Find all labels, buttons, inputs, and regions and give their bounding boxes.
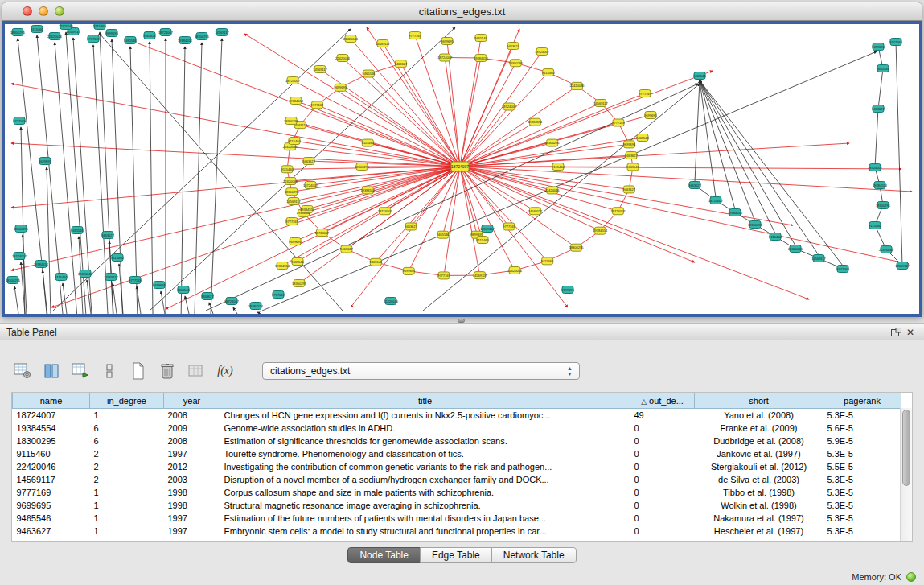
close-panel-button[interactable]: ✕ xyxy=(903,326,918,339)
tab-node-table[interactable]: Node Table xyxy=(347,547,421,563)
graph-node[interactable]: 9777169 xyxy=(503,223,515,230)
graph-node[interactable]: 19384554 xyxy=(528,118,544,126)
graph-node[interactable]: 19384554 xyxy=(248,303,264,310)
graph-node[interactable]: 18724007 xyxy=(224,298,240,305)
graph-node[interactable]: 19384554 xyxy=(289,97,304,105)
graph-node[interactable]: 9777169 xyxy=(285,218,298,225)
graph-node[interactable]: 9463627 xyxy=(622,186,635,193)
float-panel-button[interactable] xyxy=(889,326,903,339)
graph-node[interactable]: 9115460 xyxy=(55,274,68,281)
table-row[interactable]: 911546021997Tourette syndrome. Phenomeno… xyxy=(13,447,901,460)
graph-node[interactable]: 9777169 xyxy=(13,117,26,125)
table-row[interactable]: 946554611997Estimation of the future num… xyxy=(13,512,901,525)
table-selector-dropdown[interactable]: citations_edges.txt ▲▼ xyxy=(262,362,580,380)
network-canvas[interactable]: 1872400719384554183002959115460224200461… xyxy=(5,24,919,314)
graph-node[interactable]: 9777169 xyxy=(639,90,651,97)
graph-node[interactable]: 9463627 xyxy=(395,60,408,68)
column-header[interactable]: name xyxy=(13,393,90,409)
graph-node[interactable]: 22420046 xyxy=(343,35,359,43)
graph-node[interactable]: 9777169 xyxy=(437,272,450,279)
graph-node[interactable]: 9463627 xyxy=(201,293,214,300)
column-header[interactable]: short xyxy=(695,393,823,409)
graph-node[interactable]: 18300295 xyxy=(748,221,763,229)
function-builder-button[interactable]: f(x) xyxy=(214,360,236,382)
graph-node[interactable]: 9699695 xyxy=(402,267,415,274)
delete-column-button[interactable] xyxy=(156,360,179,382)
graph-node[interactable]: 18724007 xyxy=(535,48,550,56)
graph-node[interactable]: 9699695 xyxy=(153,282,166,289)
graph-node[interactable]: 14569117 xyxy=(215,29,229,36)
table-row[interactable]: 1938455462009Genome-wide association stu… xyxy=(13,422,901,435)
graph-node[interactable]: 9777169 xyxy=(889,39,902,46)
graph-node[interactable]: 22420046 xyxy=(78,270,93,278)
graph-node[interactable]: 18724007 xyxy=(12,253,27,260)
graph-node[interactable]: 14569117 xyxy=(528,208,543,215)
select-columns-button[interactable] xyxy=(40,360,63,382)
minimize-window-button[interactable] xyxy=(39,6,48,16)
graph-node[interactable]: 9465546 xyxy=(636,134,649,142)
scrollbar-thumb[interactable] xyxy=(902,410,910,486)
column-header[interactable]: pagerank xyxy=(823,393,901,409)
memory-status-indicator[interactable] xyxy=(906,572,916,582)
table-row[interactable]: 977716911998Corpus callosum shape and si… xyxy=(13,486,901,499)
tab-edge-table[interactable]: Edge Table xyxy=(420,547,492,563)
column-header[interactable]: year xyxy=(164,393,220,409)
graph-node[interactable]: 9465546 xyxy=(363,70,376,77)
column-header[interactable]: △out_de... xyxy=(630,393,695,409)
graph-node[interactable]: 18724007 xyxy=(708,197,724,204)
window-titlebar[interactable]: citations_edges.txt xyxy=(2,2,922,21)
table-row[interactable]: 2242004622012Investigating the contribut… xyxy=(13,460,901,473)
graph-node[interactable]: 14569117 xyxy=(895,262,910,270)
graph-node[interactable]: 9463627 xyxy=(688,182,701,189)
graph-node[interactable]: 9115460 xyxy=(769,233,782,241)
graph-node[interactable]: 9699695 xyxy=(105,30,118,37)
graph-node[interactable]: 18724007 xyxy=(315,229,331,236)
graph-node[interactable]: 22420046 xyxy=(47,33,63,40)
graph-node[interactable]: 9463627 xyxy=(405,223,417,230)
graph-node[interactable]: 9777169 xyxy=(612,119,625,126)
graph-node[interactable]: 22420046 xyxy=(384,298,399,305)
column-header[interactable]: in_degree xyxy=(90,393,164,409)
graph-node[interactable]: 22420046 xyxy=(788,245,803,253)
graph-node[interactable]: 9699695 xyxy=(289,238,302,245)
graph-node[interactable]: 19384554 xyxy=(178,37,193,44)
graph-node[interactable]: 9699695 xyxy=(39,158,51,165)
graph-node[interactable]: 14569117 xyxy=(286,198,301,205)
graph-node[interactable]: 14569117 xyxy=(811,255,826,262)
graph-node[interactable]: 18300295 xyxy=(6,277,21,284)
graph-node[interactable]: 9465546 xyxy=(693,72,706,80)
graph-node[interactable]: 9465546 xyxy=(474,35,487,42)
graph-node[interactable]: 19384554 xyxy=(873,182,888,189)
graph-node[interactable]: 19384554 xyxy=(360,187,376,194)
graph-node[interactable]: 18724007 xyxy=(611,208,626,215)
graph-node[interactable]: 18724007 xyxy=(868,164,883,171)
graph-node[interactable]: 9699695 xyxy=(644,112,657,119)
graph-node[interactable]: 9777169 xyxy=(129,277,142,284)
graph-node[interactable]: 9115460 xyxy=(31,26,43,33)
graph-node[interactable]: 9115460 xyxy=(476,237,489,244)
graph-node[interactable]: 9777169 xyxy=(311,101,324,109)
graph-node[interactable]: 9699695 xyxy=(441,38,454,45)
graph-node[interactable]: 14569117 xyxy=(313,66,327,73)
graph-node[interactable]: 9465546 xyxy=(291,258,304,266)
graph-node[interactable]: 14569117 xyxy=(480,225,495,233)
graph-node[interactable]: 14569117 xyxy=(104,274,118,281)
graph-node[interactable]: 18724007 xyxy=(158,29,174,36)
graph-node[interactable]: 18300295 xyxy=(876,202,891,209)
graph-node[interactable]: 9115460 xyxy=(541,257,554,265)
table-row[interactable]: 1872400712008Changes of HCN gene express… xyxy=(13,409,901,422)
graph-node[interactable]: 9463627 xyxy=(872,105,885,113)
graph-node[interactable]: 18724007 xyxy=(502,103,517,110)
graph-node[interactable]: 18724007 xyxy=(285,77,301,84)
graph-node[interactable]: 9115460 xyxy=(869,222,881,229)
graph-node[interactable]: 18300295 xyxy=(14,225,29,233)
graph-node[interactable]: 9699695 xyxy=(623,141,636,148)
graph-node[interactable]: 22420046 xyxy=(335,55,351,62)
graph-node[interactable]: 9115460 xyxy=(362,139,375,146)
graph-node[interactable]: 19384554 xyxy=(474,54,489,61)
zoom-window-button[interactable] xyxy=(55,6,64,16)
graph-node[interactable]: 9463627 xyxy=(101,232,114,239)
graph-node[interactable]: 9699695 xyxy=(334,84,347,91)
graph-node[interactable]: 18300295 xyxy=(355,163,370,171)
graph-node[interactable]: 14569117 xyxy=(593,99,608,106)
